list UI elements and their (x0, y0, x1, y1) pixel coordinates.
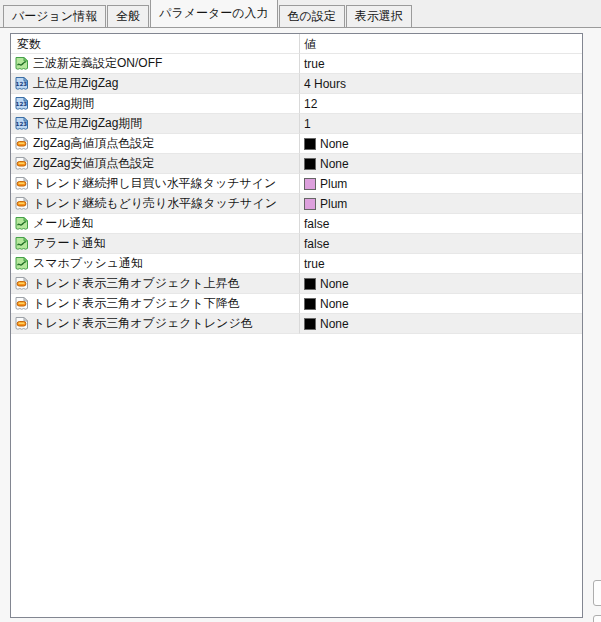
color-swatch (304, 178, 316, 190)
param-name-cell: トレンド継続もどり売り水平線タッチサイン (11, 194, 300, 214)
param-row[interactable]: トレンド継続もどり売り水平線タッチサインPlum (11, 194, 582, 214)
param-name-cell: ZigZag高値頂点色設定 (11, 134, 300, 154)
param-row[interactable]: トレンド表示三角オブジェクト上昇色None (11, 274, 582, 294)
color-swatch (304, 278, 316, 290)
param-label: トレンド継続もどり売り水平線タッチサイン (33, 195, 277, 212)
color-param-icon (14, 296, 29, 311)
param-row[interactable]: 123下位足用ZigZag期間1 (11, 114, 582, 134)
param-value-cell[interactable]: false (300, 234, 582, 254)
param-name-cell: アラート通知 (11, 234, 300, 254)
color-param-icon (14, 176, 29, 191)
color-swatch (304, 298, 316, 310)
param-value-cell[interactable]: None (300, 154, 582, 174)
param-value: 4 Hours (304, 77, 346, 91)
color-swatch (304, 138, 316, 150)
param-label: アラート通知 (33, 235, 106, 252)
color-param-icon (14, 196, 29, 211)
param-value-cell[interactable]: 4 Hours (300, 74, 582, 94)
param-name-cell: 123上位足用ZigZag (11, 74, 300, 94)
bool-param-icon (14, 216, 29, 231)
param-row[interactable]: 123上位足用ZigZag4 Hours (11, 74, 582, 94)
param-name-cell: トレンド継続押し目買い水平線タッチサイン (11, 174, 300, 194)
right-edge-button-bottom[interactable] (593, 615, 601, 622)
svg-text:123: 123 (16, 121, 28, 127)
param-name-cell: トレンド表示三角オブジェクト上昇色 (11, 274, 300, 294)
param-row[interactable]: メール通知false (11, 214, 582, 234)
param-value: None (320, 277, 349, 291)
param-row[interactable]: 三波新定義設定ON/OFFtrue (11, 54, 582, 74)
param-label: ZigZag期間 (33, 95, 94, 112)
number-param-icon: 123 (14, 116, 29, 131)
param-value-cell[interactable]: None (300, 134, 582, 154)
param-value: true (304, 57, 325, 71)
parameters-table: 変数 値 三波新定義設定ON/OFFtrue123上位足用ZigZag4 Hou… (10, 33, 583, 618)
param-value: None (320, 297, 349, 311)
param-label: トレンド表示三角オブジェクトレンジ色 (33, 315, 253, 332)
param-label: トレンド継続押し目買い水平線タッチサイン (33, 175, 276, 192)
bool-param-icon (14, 256, 29, 271)
param-value: 12 (304, 97, 317, 111)
param-value: None (320, 137, 349, 151)
param-name-cell: 123下位足用ZigZag期間 (11, 114, 300, 134)
column-header-variable: 変数 (11, 34, 300, 54)
param-label: メール通知 (33, 215, 94, 232)
param-label: トレンド表示三角オブジェクト下降色 (33, 295, 240, 312)
param-name-cell: スマホプッシュ通知 (11, 254, 300, 274)
column-header-value: 値 (300, 34, 582, 54)
param-row[interactable]: アラート通知false (11, 234, 582, 254)
tab-3[interactable]: 色の設定 (279, 5, 345, 27)
param-row[interactable]: 123ZigZag期間12 (11, 94, 582, 114)
param-value-cell[interactable]: true (300, 54, 582, 74)
param-label: ZigZag高値頂点色設定 (33, 135, 154, 152)
param-row[interactable]: トレンド表示三角オブジェクト下降色None (11, 294, 582, 314)
param-label: ZigZag安値頂点色設定 (33, 155, 154, 172)
param-row[interactable]: トレンド継続押し目買い水平線タッチサインPlum (11, 174, 582, 194)
param-row[interactable]: スマホプッシュ通知true (11, 254, 582, 274)
param-row[interactable]: ZigZag高値頂点色設定None (11, 134, 582, 154)
color-swatch (304, 158, 316, 170)
param-value-cell[interactable]: None (300, 274, 582, 294)
parameters-panel: 変数 値 三波新定義設定ON/OFFtrue123上位足用ZigZag4 Hou… (0, 27, 601, 622)
color-swatch (304, 318, 316, 330)
param-name-cell: 三波新定義設定ON/OFF (11, 54, 300, 74)
param-row[interactable]: ZigZag安値頂点色設定None (11, 154, 582, 174)
param-value-cell[interactable]: true (300, 254, 582, 274)
param-value-cell[interactable]: Plum (300, 174, 582, 194)
param-label: スマホプッシュ通知 (33, 255, 143, 272)
bool-param-icon (14, 236, 29, 251)
param-name-cell: ZigZag安値頂点色設定 (11, 154, 300, 174)
param-value-cell[interactable]: Plum (300, 194, 582, 214)
color-swatch (304, 198, 316, 210)
param-name-cell: トレンド表示三角オブジェクトレンジ色 (11, 314, 300, 334)
tab-1[interactable]: 全般 (107, 5, 149, 27)
param-label: 下位足用ZigZag期間 (33, 115, 142, 132)
param-value: None (320, 317, 349, 331)
bool-param-icon (14, 56, 29, 71)
number-param-icon: 123 (14, 76, 29, 91)
param-name-cell: メール通知 (11, 214, 300, 234)
param-value-cell[interactable]: None (300, 294, 582, 314)
table-header: 変数 値 (11, 34, 582, 54)
right-edge-button-top[interactable] (593, 580, 601, 606)
expert-properties-dialog: { "tabs": [ {"label": "バージョン情報", "active… (0, 0, 601, 622)
tab-strip: バージョン情報全般パラメーターの入力色の設定表示選択 (3, 0, 601, 27)
tab-4[interactable]: 表示選択 (346, 5, 412, 27)
tab-0[interactable]: バージョン情報 (3, 5, 106, 27)
param-name-cell: トレンド表示三角オブジェクト下降色 (11, 294, 300, 314)
param-label: 三波新定義設定ON/OFF (33, 55, 162, 72)
param-value-cell[interactable]: false (300, 214, 582, 234)
param-value: Plum (320, 177, 347, 191)
param-name-cell: 123ZigZag期間 (11, 94, 300, 114)
param-value: true (304, 257, 325, 271)
param-value-cell[interactable]: None (300, 314, 582, 334)
param-value: false (304, 237, 329, 251)
tab-2[interactable]: パラメーターの入力 (150, 0, 277, 27)
number-param-icon: 123 (14, 96, 29, 111)
param-label: トレンド表示三角オブジェクト上昇色 (33, 275, 240, 292)
param-value-cell[interactable]: 1 (300, 114, 582, 134)
param-row[interactable]: トレンド表示三角オブジェクトレンジ色None (11, 314, 582, 334)
param-value: Plum (320, 197, 347, 211)
svg-text:123: 123 (16, 101, 28, 107)
color-param-icon (14, 156, 29, 171)
param-value-cell[interactable]: 12 (300, 94, 582, 114)
